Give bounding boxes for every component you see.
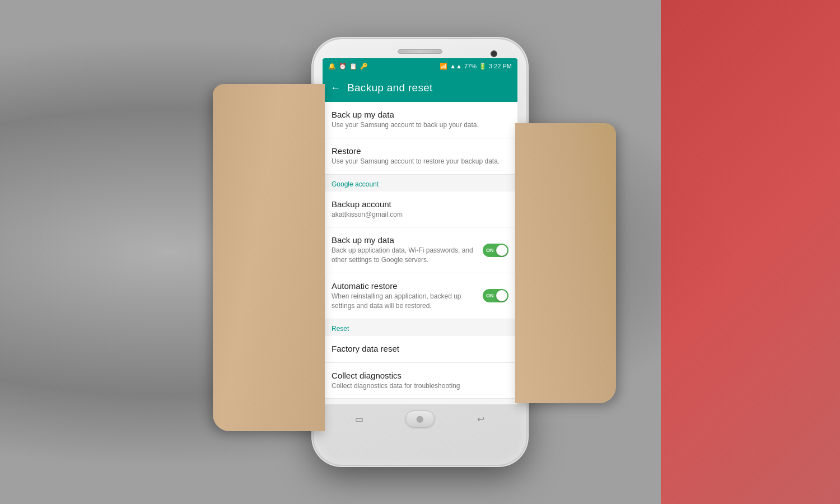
clipboard-icon: 🔑 bbox=[360, 63, 368, 70]
status-icons-right: 📶 ▲▲ 77% 🔋 3:22 PM bbox=[440, 63, 512, 70]
backup-account-subtitle: akattkisson@gmail.com bbox=[332, 210, 508, 220]
backup-my-data-samsung-subtitle: Use your Samsung account to back up your… bbox=[332, 120, 508, 130]
background-red bbox=[661, 0, 840, 504]
backup-account-title: Backup account bbox=[332, 199, 508, 209]
time-display: 3:22 PM bbox=[489, 63, 512, 69]
backup-toggle-label: ON bbox=[486, 248, 494, 253]
back-nav-icon: ↩ bbox=[477, 414, 484, 424]
factory-data-reset-item[interactable]: Factory data reset bbox=[323, 336, 517, 363]
screenshot-icon: 📋 bbox=[349, 63, 357, 70]
backup-my-data-samsung-item[interactable]: Back up my data Use your Samsung account… bbox=[323, 102, 517, 138]
automatic-restore-title: Automatic restore bbox=[332, 281, 474, 291]
factory-data-reset-title: Factory data reset bbox=[332, 344, 508, 353]
toggle-thumb bbox=[496, 245, 507, 256]
collect-diagnostics-title: Collect diagnostics bbox=[332, 371, 508, 380]
google-account-header: Google account bbox=[323, 175, 517, 192]
collect-diagnostics-item[interactable]: Collect diagnostics Collect diagnostics … bbox=[323, 363, 517, 399]
restore-toggle-thumb bbox=[496, 290, 507, 301]
settings-scroll[interactable]: Back up my data Use your Samsung account… bbox=[323, 102, 517, 404]
hand-left bbox=[213, 84, 325, 431]
restore-title: Restore bbox=[332, 146, 508, 156]
battery-icon: 🔋 bbox=[479, 63, 487, 70]
phone-top-bar bbox=[320, 47, 520, 58]
page-title: Backup and reset bbox=[347, 82, 433, 94]
status-icons-left: 🔔 ⏰ 📋 🔑 bbox=[328, 63, 368, 70]
back-button[interactable]: ← bbox=[330, 82, 340, 94]
automatic-restore-toggle[interactable]: ON bbox=[479, 289, 508, 302]
automatic-restore-subtitle: When reinstalling an application, backed… bbox=[332, 292, 474, 311]
backup-my-data-samsung-title: Back up my data bbox=[332, 110, 508, 119]
restore-toggle-label: ON bbox=[486, 293, 494, 298]
toolbar: ← Backup and reset bbox=[323, 74, 517, 102]
status-bar: 🔔 ⏰ 📋 🔑 📶 ▲▲ 77% 🔋 3:22 PM bbox=[323, 58, 517, 74]
hand-right bbox=[515, 123, 616, 403]
backup-my-data-toggle[interactable]: ON bbox=[479, 244, 508, 257]
phone-screen: 🔔 ⏰ 📋 🔑 📶 ▲▲ 77% 🔋 3:22 PM ← Backup and … bbox=[323, 58, 517, 404]
automatic-restore-item[interactable]: Automatic restore When reinstalling an a… bbox=[323, 273, 517, 319]
recent-apps-button[interactable]: ▭ bbox=[350, 410, 368, 428]
backup-account-item[interactable]: Backup account akattkisson@gmail.com bbox=[323, 192, 517, 228]
battery-percentage: 77% bbox=[464, 63, 477, 69]
home-button[interactable]: ⬤ bbox=[405, 410, 435, 427]
signal-icon: ▲▲ bbox=[450, 63, 462, 69]
collect-diagnostics-subtitle: Collect diagnostics data for troubleshoo… bbox=[332, 381, 508, 391]
phone-device: 🔔 ⏰ 📋 🔑 📶 ▲▲ 77% 🔋 3:22 PM ← Backup and … bbox=[314, 39, 526, 465]
recent-icon: ▭ bbox=[355, 414, 363, 424]
front-camera bbox=[491, 50, 497, 57]
phone-outer: 🔔 ⏰ 📋 🔑 📶 ▲▲ 77% 🔋 3:22 PM ← Backup and … bbox=[314, 39, 526, 465]
back-nav-button[interactable]: ↩ bbox=[472, 410, 490, 428]
phone-nav-bar: ▭ ⬤ ↩ bbox=[320, 404, 520, 431]
backup-my-data-google-subtitle: Back up application data, Wi-Fi password… bbox=[332, 246, 479, 265]
speaker bbox=[398, 49, 442, 54]
backup-my-data-google-item[interactable]: Back up my data Back up application data… bbox=[323, 227, 517, 273]
restore-subtitle: Use your Samsung account to restore your… bbox=[332, 157, 508, 166]
sync-icon: ⏰ bbox=[339, 63, 347, 70]
reset-section-header: Reset bbox=[323, 319, 517, 336]
home-icon: ⬤ bbox=[416, 415, 423, 423]
restore-item[interactable]: Restore Use your Samsung account to rest… bbox=[323, 138, 517, 175]
alarm-icon: 🔔 bbox=[328, 63, 336, 70]
backup-my-data-google-title: Back up my data bbox=[332, 235, 479, 245]
wifi-icon: 📶 bbox=[440, 63, 447, 70]
